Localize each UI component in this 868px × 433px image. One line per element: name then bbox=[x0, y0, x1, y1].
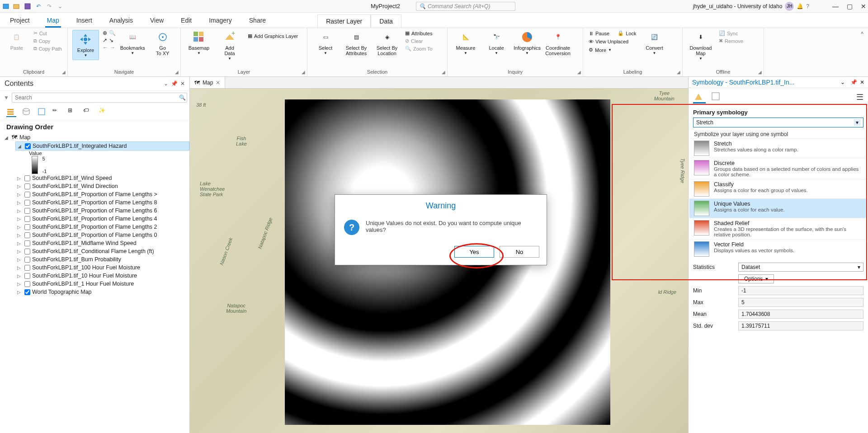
symbology-option-discrete[interactable]: Discrete Groups data based on a selected… bbox=[689, 158, 867, 179]
tab-share[interactable]: Share bbox=[247, 14, 268, 28]
collapse-icon[interactable]: ◢ bbox=[5, 135, 10, 140]
tab-imagery[interactable]: Imagery bbox=[207, 14, 234, 28]
copy-path-button[interactable]: ⧉Copy Path bbox=[33, 45, 63, 52]
paste-button[interactable]: 📋 Paste bbox=[5, 30, 29, 51]
zoom-prev-icon[interactable]: ↗ bbox=[103, 37, 107, 43]
dialog-launcher-icon[interactable]: ◢ bbox=[62, 70, 66, 75]
layer-visibility-checkbox[interactable] bbox=[24, 281, 30, 287]
layer-visibility-checkbox[interactable] bbox=[24, 175, 30, 181]
add-graphics-layer-button[interactable]: ▦Add Graphics Layer bbox=[247, 33, 299, 39]
layer-visibility-checkbox[interactable] bbox=[24, 289, 30, 295]
explore-button[interactable]: Explore▼ bbox=[72, 30, 99, 60]
expand-icon[interactable]: ▷ bbox=[17, 225, 23, 230]
zoom-next-icon[interactable]: ↘ bbox=[109, 37, 113, 43]
expand-icon[interactable]: ▷ bbox=[17, 257, 23, 262]
qat-dropdown-icon[interactable]: ⌄ bbox=[56, 2, 64, 10]
layer-row[interactable]: ▷ SouthForkLBP1.tif_Proportion of Flame … bbox=[15, 223, 189, 231]
list-by-snapping-icon[interactable]: ⊞ bbox=[68, 107, 78, 117]
symbology-option-stretch[interactable]: Stretch Stretches values along a color r… bbox=[689, 138, 867, 158]
tab-raster-layer[interactable]: Raster Layer bbox=[317, 14, 371, 28]
layer-visibility-checkbox[interactable] bbox=[24, 249, 30, 254]
expand-icon[interactable]: ▷ bbox=[17, 192, 23, 197]
select-by-location-button[interactable]: ◈Select By Location bbox=[373, 30, 401, 56]
tab-map[interactable]: Map bbox=[45, 14, 61, 28]
layer-row[interactable]: ▷ SouthForkLBP1.tif_Proportion of Flame … bbox=[15, 215, 189, 223]
dialog-launcher-icon[interactable]: ◢ bbox=[442, 70, 445, 75]
layer-row[interactable]: ▷ SouthForkLBP1.tif_Proportion of Flame … bbox=[15, 207, 189, 215]
layer-row[interactable]: ▷ World Topographic Map bbox=[15, 288, 189, 296]
lock-button[interactable]: 🔒Lock bbox=[617, 30, 637, 37]
statistics-combo[interactable]: Dataset▾ bbox=[738, 263, 863, 272]
map-tab[interactable]: 🗺 Map ✕ bbox=[190, 77, 225, 88]
dropdown-icon[interactable]: ⌄ bbox=[840, 79, 845, 85]
locate-button[interactable]: 🔭Locate▼ bbox=[483, 30, 510, 56]
list-by-editing-icon[interactable]: ✏ bbox=[52, 107, 62, 117]
symbology-type-combo[interactable]: Stretch ▾ bbox=[693, 118, 863, 127]
layer-row[interactable]: ▷ SouthForkLBP1.tif_100 Hour Fuel Moistu… bbox=[15, 264, 189, 272]
layer-visibility-checkbox[interactable] bbox=[24, 200, 30, 206]
view-unplaced-button[interactable]: 👁View Unplaced bbox=[588, 38, 637, 45]
dialog-launcher-icon[interactable]: ◢ bbox=[175, 70, 179, 75]
tab-data[interactable]: Data bbox=[371, 14, 401, 28]
layer-row[interactable]: ▷ SouthForkLBP1.tif_1 Hour Fuel Moisture bbox=[15, 280, 189, 288]
basemap-button[interactable]: Basemap▼ bbox=[185, 30, 212, 56]
sync-button[interactable]: 🔄Sync bbox=[718, 30, 744, 37]
expand-icon[interactable]: ▷ bbox=[17, 208, 23, 213]
tab-edit[interactable]: Edit bbox=[179, 14, 193, 28]
layer-visibility-checkbox[interactable] bbox=[24, 265, 30, 271]
remove-button[interactable]: ✖Remove bbox=[718, 38, 744, 44]
select-button[interactable]: ▭Select▼ bbox=[312, 30, 339, 56]
filter-icon[interactable]: ▼ bbox=[4, 94, 9, 101]
expand-icon[interactable]: ▷ bbox=[17, 241, 23, 246]
collapse-icon[interactable]: ◢ bbox=[18, 144, 23, 149]
layer-row[interactable]: ▷ SouthForkLBP1.tif_Conditional Flame Le… bbox=[15, 247, 189, 255]
layer-visibility-checkbox[interactable] bbox=[25, 143, 31, 149]
minimize-icon[interactable]: — bbox=[832, 3, 839, 10]
close-tab-icon[interactable]: ✕ bbox=[216, 80, 220, 86]
close-pane-icon[interactable]: ✕ bbox=[180, 80, 185, 87]
select-by-attributes-button[interactable]: ▤Select By Attributes bbox=[343, 30, 370, 56]
layer-visibility-checkbox[interactable] bbox=[24, 216, 30, 222]
expand-icon[interactable]: ▷ bbox=[17, 176, 23, 181]
primary-symbology-tab-icon[interactable] bbox=[693, 91, 706, 104]
list-by-perception-icon[interactable]: ✨ bbox=[99, 107, 108, 117]
tab-project[interactable]: Project bbox=[8, 14, 32, 28]
pin-icon[interactable]: 📌 bbox=[850, 79, 857, 85]
expand-icon[interactable]: ▷ bbox=[17, 216, 23, 221]
search-input[interactable] bbox=[12, 93, 187, 103]
layer-visibility-checkbox[interactable] bbox=[24, 257, 30, 263]
undo-icon[interactable]: ↶ bbox=[34, 2, 42, 10]
options-button[interactable]: Options▾ bbox=[738, 274, 774, 283]
redo-icon[interactable]: ↷ bbox=[45, 2, 53, 10]
close-icon[interactable]: ✕ bbox=[861, 3, 866, 10]
convert-button[interactable]: 🔄Convert▼ bbox=[641, 30, 668, 56]
expand-icon[interactable]: ▷ bbox=[17, 249, 23, 254]
expand-icon[interactable]: ▷ bbox=[17, 290, 23, 295]
map-frame-row[interactable]: ◢ 🗺 Map bbox=[3, 133, 189, 141]
layer-row[interactable]: ▷ SouthForkLBP1.tif_Midflame Wind Speed bbox=[15, 239, 189, 247]
symbology-option-shaded-relief[interactable]: Shaded Relief Creates a 3D representatio… bbox=[689, 218, 867, 239]
tab-insert[interactable]: Insert bbox=[75, 14, 94, 28]
expand-icon[interactable]: ▷ bbox=[17, 200, 23, 205]
layer-visibility-checkbox[interactable] bbox=[24, 240, 30, 246]
cut-button[interactable]: ✂Cut bbox=[33, 30, 63, 37]
layer-visibility-checkbox[interactable] bbox=[24, 192, 30, 198]
search-icon[interactable]: 🔍 bbox=[179, 94, 186, 101]
help-icon[interactable]: ? bbox=[806, 3, 809, 9]
layer-visibility-checkbox[interactable] bbox=[24, 224, 30, 230]
prev-extent-icon[interactable]: ← bbox=[103, 44, 108, 51]
infographics-button[interactable]: Infographics▼ bbox=[514, 30, 541, 56]
list-by-selection-icon[interactable] bbox=[37, 107, 47, 117]
maximize-icon[interactable]: ▢ bbox=[847, 3, 853, 10]
download-map-button[interactable]: ⬇Download Map▼ bbox=[687, 30, 714, 61]
open-project-icon[interactable] bbox=[13, 2, 21, 10]
full-extent-icon[interactable]: ⊕ bbox=[103, 30, 107, 36]
fixed-zoom-in-icon[interactable]: 🔍 bbox=[109, 30, 116, 36]
layer-row[interactable]: ▷ SouthForkLBP1.tif_10 Hour Fuel Moistur… bbox=[15, 272, 189, 280]
list-by-labeling-icon[interactable]: 🏷 bbox=[83, 107, 93, 117]
layer-row-selected[interactable]: ◢ SouthForkLBP1.tif_Integrated Hazard bbox=[15, 141, 189, 151]
layer-row[interactable]: ▷ SouthForkLBP1.tif_Burn Probability bbox=[15, 255, 189, 264]
dropdown-icon[interactable]: ⌄ bbox=[164, 80, 168, 87]
dialog-launcher-icon[interactable]: ◢ bbox=[758, 70, 762, 75]
tab-view[interactable]: View bbox=[148, 14, 165, 28]
